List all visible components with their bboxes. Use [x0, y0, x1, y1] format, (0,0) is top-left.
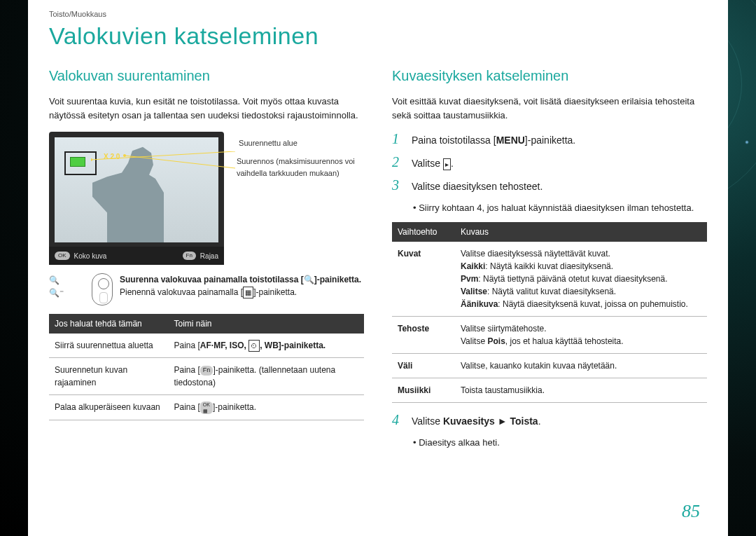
zoom-out-instruction: Pienennä valokuvaa painamalla [▦]-painik…: [120, 286, 361, 298]
table-row: Väli Valitse, kauanko kutakin kuvaa näyt…: [392, 353, 707, 378]
step-number: 1: [392, 132, 402, 146]
preview-footer: OK Koko kuva Fn Rajaa: [49, 247, 224, 265]
step-4-bullet: Diaesitys alkaa heti.: [413, 436, 707, 450]
left-column: Valokuvan suurentaminen Voit suurentaa k…: [49, 65, 364, 456]
callout-area-label: Suurennettu alue: [237, 137, 298, 149]
document-page: Toisto/Muokkaus Valokuvien katseleminen …: [28, 0, 728, 536]
magnify-icons: 🔍 🔍⁻: [49, 273, 64, 297]
kuvat-desc: Valitse diaesityksessä näytettävät kuvat…: [455, 242, 707, 317]
camera-preview: X 2.0 OK Koko kuva Fn Rajaa: [49, 132, 224, 265]
table-row: Kuvat Valitse diaesityksessä näytettävät…: [392, 242, 707, 317]
right-column: Kuvaesityksen katseleminen Voit esittää …: [392, 65, 707, 456]
ok-pill: OK: [55, 252, 70, 260]
fn-key-icon: Fn: [200, 366, 214, 376]
right-table: Vaihtoehto Kuvaus Kuvat Valitse diaesity…: [392, 222, 707, 403]
left-table: Jos haluat tehdä tämän Toimi näin Siirrä…: [49, 314, 364, 420]
table-row: Suurennetun kuvan rajaaminen Paina [Fn]-…: [49, 358, 364, 395]
play-icon: ▸: [443, 158, 451, 170]
zoom-in-instruction: Suurenna valokuvaa painamalla toistotila…: [120, 273, 361, 286]
step-2: 2 Valitse ▸.: [392, 155, 707, 171]
step-3: 3 Valitse diaesityksen tehosteet.: [392, 178, 707, 194]
zoom-out-icon: 🔍⁻: [49, 289, 64, 297]
left-heading: Valokuvan suurentaminen: [49, 65, 364, 86]
step-4: 4 Valitse Kuvaesitys ► Toista.: [392, 413, 707, 429]
step-number: 2: [392, 155, 402, 169]
page-title: Valokuvien katseleminen: [28, 18, 728, 65]
left-intro: Voit suurentaa kuvia, kun esität ne tois…: [49, 95, 364, 122]
zoom-in-icon: 🔍: [49, 276, 64, 284]
breadcrumb: Toisto/Muokkaus: [28, 0, 728, 18]
table-row: Musiikki Toista taustamusiikkia.: [392, 378, 707, 402]
right-heading: Kuvaesityksen katseleminen: [392, 65, 707, 86]
left-th1: Jos haluat tehdä tämän: [49, 314, 169, 334]
footer-left-text: Koko kuva: [74, 251, 107, 261]
zoom-ratio-label: X 2.0: [104, 151, 120, 162]
table-row: Tehoste Valitse siirtymätehoste.Valitse …: [392, 316, 707, 353]
step-1: 1 Paina toistotilassa [MENU]-painiketta.: [392, 132, 707, 148]
right-th2: Kuvaus: [455, 222, 707, 242]
zoom-instructions: 🔍 🔍⁻ Suurenna valokuvaa painamalla toist…: [49, 273, 364, 305]
timer-icon: ⏲: [248, 340, 260, 352]
step-3-bullet: Siirry kohtaan 4, jos haluat käynnistää …: [413, 201, 707, 215]
right-th1: Vaihtoehto: [392, 222, 455, 242]
callout-zoom-label: Suurennos (maksimisuurennos voi vaihdell…: [237, 156, 377, 179]
thumbnail-icon: ▦: [243, 287, 253, 298]
left-th2: Toimi näin: [169, 314, 365, 334]
ok-key-icon: OK▦: [200, 401, 213, 414]
right-intro: Voit esittää kuvat diaesityksenä, voit l…: [392, 95, 707, 122]
page-number: 85: [682, 501, 700, 522]
step-number: 4: [392, 413, 402, 427]
zoom-area-highlight: [70, 157, 85, 167]
photo-area: X 2.0: [55, 137, 218, 242]
table-row: Palaa alkuperäiseen kuvaan Paina [OK▦]-p…: [49, 395, 364, 420]
step-number: 3: [392, 178, 402, 192]
fn-pill: Fn: [183, 252, 196, 260]
table-row: Siirrä suurennettua aluetta Paina [AF·MF…: [49, 334, 364, 358]
footer-right-text: Rajaa: [200, 251, 218, 261]
zoom-dial-icon: [92, 273, 113, 305]
